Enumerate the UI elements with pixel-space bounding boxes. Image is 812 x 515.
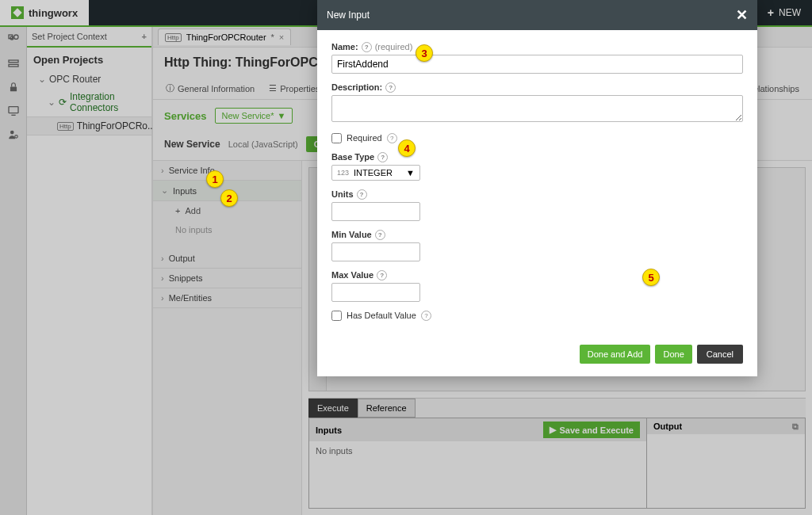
- name-input[interactable]: [331, 55, 743, 74]
- caret-down-icon: ▼: [406, 168, 415, 177]
- modal-header: New Input ✕: [317, 0, 757, 30]
- has-default-checkbox[interactable]: [331, 311, 342, 321]
- modal-footer: Done and Add Done Cancel: [317, 338, 757, 376]
- help-icon[interactable]: [385, 82, 396, 93]
- field-name: Name: (required): [331, 41, 743, 74]
- done-button[interactable]: Done: [655, 345, 691, 364]
- close-icon[interactable]: ✕: [736, 6, 748, 24]
- help-icon[interactable]: [377, 269, 387, 280]
- annotation-3: 3: [416, 44, 433, 62]
- annotation-1: 1: [206, 170, 224, 188]
- field-description: Description:: [331, 82, 743, 124]
- annotation-4: 4: [398, 139, 416, 157]
- help-icon[interactable]: [421, 310, 431, 321]
- description-input[interactable]: [331, 95, 743, 122]
- required-checkbox[interactable]: [331, 133, 342, 143]
- base-type-select[interactable]: 123 INTEGER ▼: [331, 165, 420, 181]
- help-icon[interactable]: [387, 132, 397, 143]
- max-value-input[interactable]: [331, 283, 420, 302]
- integer-type-icon: 123: [337, 169, 349, 177]
- new-input-modal: New Input ✕ Name: (required) Description…: [317, 0, 757, 376]
- field-units: Units: [331, 189, 743, 221]
- field-base-type: Base Type 123 INTEGER ▼: [331, 151, 743, 181]
- annotation-5: 5: [642, 269, 660, 286]
- help-icon[interactable]: [362, 41, 372, 52]
- field-max-value: Max Value: [331, 269, 743, 302]
- done-and-add-button[interactable]: Done and Add: [580, 345, 651, 364]
- help-icon[interactable]: [375, 229, 385, 240]
- help-icon[interactable]: [377, 151, 388, 162]
- annotation-2: 2: [220, 189, 238, 207]
- field-has-default: Has Default Value: [331, 310, 743, 321]
- field-required: Required: [331, 132, 743, 143]
- help-icon[interactable]: [357, 189, 367, 200]
- min-value-input[interactable]: [331, 242, 420, 261]
- modal-title: New Input: [327, 10, 370, 21]
- field-min-value: Min Value: [331, 229, 743, 261]
- cancel-button[interactable]: Cancel: [697, 345, 743, 364]
- units-input[interactable]: [331, 202, 420, 221]
